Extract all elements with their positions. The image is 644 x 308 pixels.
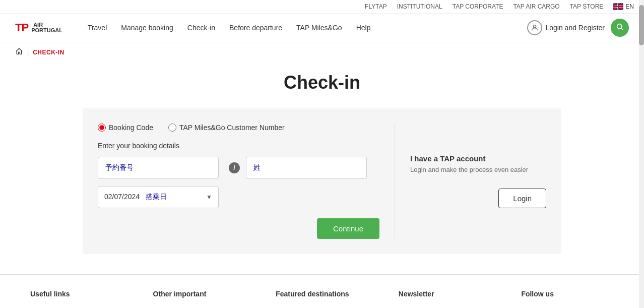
nav-tap-miles-go[interactable]: TAP Miles&Go (296, 24, 342, 32)
language-code[interactable]: EN (625, 3, 634, 10)
lastname-wrapper (246, 157, 367, 179)
footer-follow-us-title: Follow us (521, 290, 614, 298)
footer-useful-links-title: Useful links (30, 290, 123, 298)
footer: Useful links Other important Featured de… (0, 274, 644, 308)
user-icon (527, 20, 542, 35)
scrollbar[interactable] (639, 0, 644, 308)
breadcrumb-separator: | (27, 49, 29, 56)
booking-code-input[interactable] (98, 157, 219, 179)
footer-featured-destinations: Featured destinations (276, 290, 368, 303)
booking-code-radio[interactable] (98, 124, 106, 132)
tap-miles-radio-text: TAP Miles&Go Customer Number (179, 124, 285, 132)
checkin-left-panel: Booking Code TAP Miles&Go Customer Numbe… (98, 124, 395, 239)
breadcrumb: | CHECK-IN (0, 42, 644, 62)
header-actions: Login and Register (527, 19, 629, 37)
search-button[interactable] (611, 19, 629, 37)
date-value: 02/07/2024 搭乗日 (104, 193, 206, 202)
home-icon (15, 50, 23, 57)
footer-other-important: Other important (153, 290, 246, 303)
login-register-label: Login and Register (545, 24, 605, 32)
language-selector[interactable]: EN (613, 3, 634, 10)
scrollbar-thumb[interactable] (639, 5, 644, 45)
date-picker[interactable]: 02/07/2024 搭乗日 ▼ (98, 186, 219, 208)
page-content: Check-in Booking Code TAP Miles&Go Custo… (0, 62, 644, 274)
nav-before-departure[interactable]: Before departure (229, 24, 282, 32)
tap-miles-radio[interactable] (168, 124, 176, 132)
lastname-input[interactable] (246, 157, 367, 179)
tap-account-title: I have a TAP account (410, 154, 546, 163)
svg-line-15 (621, 28, 623, 30)
breadcrumb-current: CHECK-IN (33, 49, 65, 56)
info-icon[interactable]: i (229, 162, 240, 173)
main-nav: Travel Manage booking Check-in Before de… (88, 24, 512, 32)
checkin-form-container: Booking Code TAP Miles&Go Customer Numbe… (83, 108, 561, 254)
tap-air-cargo-link[interactable]: TAP AIR CARGO (513, 3, 559, 10)
booking-code-radio-label[interactable]: Booking Code (98, 124, 153, 132)
tap-account-section: I have a TAP account Login and make the … (410, 154, 546, 208)
tap-corporate-link[interactable]: TAP CORPORATE (453, 3, 503, 10)
search-icon (616, 23, 624, 33)
footer-other-important-title: Other important (153, 290, 246, 298)
footer-featured-destinations-title: Featured destinations (276, 290, 368, 298)
flytap-link[interactable]: FLYTAP (365, 3, 387, 10)
svg-rect-12 (613, 6, 623, 7)
chevron-down-icon: ▼ (206, 194, 212, 201)
svg-point-13 (534, 25, 536, 28)
tap-miles-radio-label[interactable]: TAP Miles&Go Customer Number (168, 124, 285, 132)
tap-store-link[interactable]: TAP STORE (570, 3, 604, 10)
footer-newsletter-title: Newsletter (399, 290, 491, 298)
date-form-row: 02/07/2024 搭乗日 ▼ (98, 186, 379, 208)
header: TP AIR PORTUGAL Travel Manage booking Ch… (0, 14, 644, 42)
logo[interactable]: TP AIR PORTUGAL (15, 21, 62, 34)
form-section-title: Enter your booking details (98, 142, 379, 150)
nav-help[interactable]: Help (356, 24, 371, 32)
institutional-link[interactable]: INSTITUTIONAL (397, 3, 442, 10)
tap-login-button[interactable]: Login (498, 189, 546, 208)
continue-button[interactable]: Continue (317, 218, 379, 239)
checkin-right-panel: I have a TAP account Login and make the … (395, 124, 546, 239)
home-link[interactable] (15, 47, 23, 57)
login-register-button[interactable]: Login and Register (527, 20, 605, 35)
footer-follow-us: Follow us (521, 290, 614, 303)
logo-tp: TP (15, 21, 28, 34)
booking-form-row: i (98, 157, 379, 179)
booking-code-radio-text: Booking Code (109, 124, 153, 132)
date-japanese: 搭乗日 (146, 193, 167, 201)
svg-point-14 (617, 24, 622, 29)
booking-code-wrapper (98, 157, 219, 179)
tap-account-subtitle: Login and make the process even easier (410, 166, 546, 173)
nav-check-in[interactable]: Check-in (187, 24, 215, 32)
top-bar: FLYTAP INSTITUTIONAL TAP CORPORATE TAP A… (0, 0, 644, 14)
continue-row: Continue (98, 218, 379, 239)
nav-manage-booking[interactable]: Manage booking (121, 24, 173, 32)
radio-group: Booking Code TAP Miles&Go Customer Numbe… (98, 124, 379, 132)
logo-portugal: PORTUGAL (31, 28, 62, 33)
page-title: Check-in (15, 72, 629, 93)
footer-useful-links: Useful links (30, 290, 123, 303)
footer-newsletter: Newsletter (399, 290, 491, 303)
nav-travel[interactable]: Travel (88, 24, 107, 32)
